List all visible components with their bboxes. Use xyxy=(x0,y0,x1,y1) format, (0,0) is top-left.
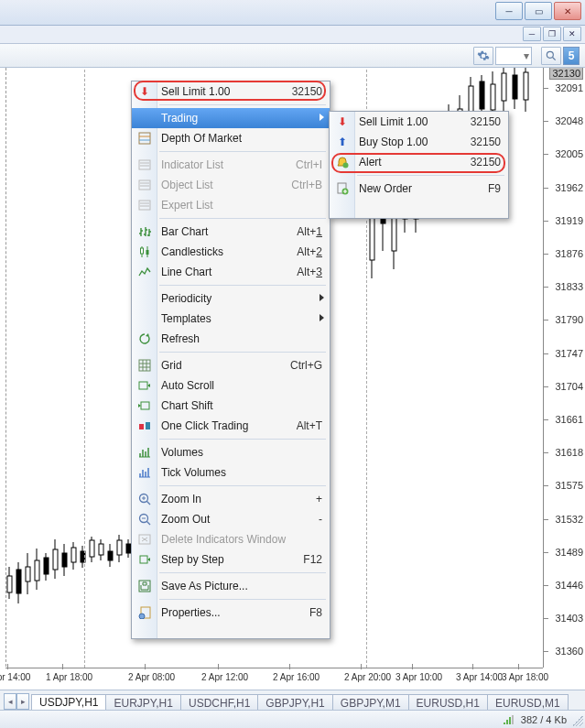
menu-expert-list[interactable]: Expert List xyxy=(132,195,330,215)
menu-chart-shift[interactable]: Chart Shift xyxy=(132,396,330,416)
sell-arrow-icon: ⬇ xyxy=(334,114,351,130)
chart-tab[interactable]: GBPJPY,M1 xyxy=(332,694,409,711)
svg-rect-74 xyxy=(146,422,150,429)
yaxis-tick: 31360 xyxy=(555,646,583,657)
menu-trading[interactable]: Trading xyxy=(132,108,330,128)
status-bar: 382 / 4 Kb xyxy=(0,710,585,728)
svg-rect-7 xyxy=(26,567,30,581)
price-axis: 3209132048320053196231919318763183331790… xyxy=(543,68,585,668)
submenu-alert[interactable]: Alert 32150 xyxy=(330,152,508,172)
menu-volumes[interactable]: Volumes xyxy=(132,442,330,462)
menu-zoom-in[interactable]: Zoom In + xyxy=(132,489,330,509)
submenu-buy-stop[interactable]: ⬆ Buy Stop 1.00 32150 xyxy=(330,132,508,152)
object-list-icon xyxy=(136,177,153,193)
maximize-button[interactable]: ▭ xyxy=(525,2,552,20)
svg-rect-53 xyxy=(491,84,495,110)
yaxis-tick: 31618 xyxy=(555,447,583,458)
yaxis-tick: 31661 xyxy=(555,414,583,425)
menu-auto-scroll[interactable]: Auto Scroll xyxy=(132,375,330,396)
child-close-button[interactable]: ✕ xyxy=(563,27,581,41)
svg-rect-25 xyxy=(108,551,113,560)
menu-sell-limit[interactable]: ⬇ Sell Limit 1.00 32150 xyxy=(132,81,330,102)
menu-tick-volumes[interactable]: Tick Volumes xyxy=(132,462,330,483)
svg-rect-3 xyxy=(7,576,12,592)
auto-scroll-icon xyxy=(136,377,153,394)
svg-line-1 xyxy=(553,57,556,60)
chart-tab[interactable]: USDCHF,H1 xyxy=(180,694,258,711)
svg-rect-11 xyxy=(44,558,49,574)
chart-tab[interactable]: USDJPY,H1 xyxy=(31,694,106,711)
menu-periodicity[interactable]: Periodicity xyxy=(132,288,330,309)
submenu-arrow-icon xyxy=(320,294,324,301)
chart-tab[interactable]: EURUSD,M1 xyxy=(487,694,569,711)
submenu-new-order[interactable]: New Order F9 xyxy=(330,179,508,199)
connection-icon xyxy=(503,713,515,726)
yaxis-tick: 31489 xyxy=(555,547,583,558)
tab-scroll-right[interactable]: ▸ xyxy=(16,693,29,710)
svg-point-90 xyxy=(139,614,145,619)
resize-grip[interactable] xyxy=(572,715,583,726)
xaxis-tick: 3 Apr 14:00 xyxy=(456,672,503,682)
new-order-icon xyxy=(334,180,351,197)
chart-tab[interactable]: GBPJPY,H1 xyxy=(257,694,332,711)
settings-icon[interactable] xyxy=(473,47,493,65)
svg-rect-73 xyxy=(139,424,144,429)
svg-rect-59 xyxy=(524,72,528,100)
toolbar-counter[interactable]: 5 xyxy=(563,47,580,65)
svg-rect-51 xyxy=(480,81,484,109)
menu-line-chart[interactable]: Line Chart Alt+3 xyxy=(132,262,330,282)
child-minimize-button[interactable]: ─ xyxy=(523,27,541,41)
yaxis-tick: 31919 xyxy=(555,215,583,226)
xaxis-tick: 3 Apr 18:00 xyxy=(502,672,548,682)
svg-rect-60 xyxy=(139,133,150,144)
menu-indicator-list[interactable]: Indicator List Ctrl+I xyxy=(132,155,330,175)
volumes-icon xyxy=(136,444,153,461)
chart-context-menu: ⬇ Sell Limit 1.00 32150 Trading Depth Of… xyxy=(131,81,330,639)
menu-properties[interactable]: Properties... F8 xyxy=(132,603,330,623)
step-icon xyxy=(136,551,153,568)
menu-step-by-step[interactable]: Step by Step F12 xyxy=(132,549,330,570)
xaxis-tick: 1 Apr 18:00 xyxy=(46,672,92,682)
search-icon[interactable] xyxy=(541,47,561,65)
menu-templates[interactable]: Templates xyxy=(132,309,330,329)
svg-rect-71 xyxy=(139,382,147,389)
menu-bar-chart[interactable]: Bar Chart Alt+1 xyxy=(132,222,330,242)
toolbar-dropdown[interactable]: ▾ xyxy=(495,47,532,65)
svg-rect-23 xyxy=(99,544,103,555)
child-restore-button[interactable]: ❐ xyxy=(543,27,561,41)
candlestick-icon xyxy=(136,244,153,260)
svg-rect-15 xyxy=(62,553,67,567)
submenu-sell-limit[interactable]: ⬇ Sell Limit 1.00 32150 xyxy=(330,112,508,132)
chart-tab[interactable]: EURJPY,H1 xyxy=(105,694,180,711)
menu-candlesticks[interactable]: Candlesticks Alt+2 xyxy=(132,242,330,262)
one-click-icon xyxy=(136,418,153,434)
trading-submenu: ⬇ Sell Limit 1.00 32150 ⬆ Buy Stop 1.00 … xyxy=(329,111,509,219)
svg-rect-17 xyxy=(71,548,76,562)
window-titlebar: ─ ▭ ✕ xyxy=(0,0,585,26)
yaxis-tick: 32005 xyxy=(555,148,583,159)
minimize-button[interactable]: ─ xyxy=(495,2,523,20)
svg-rect-9 xyxy=(35,560,39,581)
menu-delete-indicators-window[interactable]: Delete Indicators Window xyxy=(132,529,330,549)
tab-scroll-left[interactable]: ◂ xyxy=(4,693,16,710)
menu-one-click-trading[interactable]: One Click Trading Alt+T xyxy=(132,416,330,436)
close-button[interactable]: ✕ xyxy=(554,2,581,20)
svg-line-78 xyxy=(146,501,150,505)
menu-zoom-out[interactable]: Zoom Out - xyxy=(132,509,330,529)
menu-save-as-picture[interactable]: Save As Picture... xyxy=(132,576,330,596)
menu-depth-of-market[interactable]: Depth Of Market xyxy=(132,128,330,148)
xaxis-tick: 2 Apr 20:00 xyxy=(344,672,391,682)
svg-rect-67 xyxy=(141,248,144,254)
mdi-child-titlebar: ─ ❐ ✕ xyxy=(0,26,585,44)
chart-tab[interactable]: EURUSD,H1 xyxy=(408,694,488,711)
xaxis-tick: 2 Apr 12:00 xyxy=(201,672,248,682)
sell-arrow-icon: ⬇ xyxy=(136,83,153,100)
bar-chart-icon xyxy=(136,223,153,240)
menu-object-list[interactable]: Object List Ctrl+B xyxy=(132,175,330,195)
submenu-arrow-icon xyxy=(320,314,324,321)
svg-rect-70 xyxy=(139,360,150,371)
menu-refresh[interactable]: Refresh xyxy=(132,329,330,349)
xaxis-tick: 2 Apr 08:00 xyxy=(128,672,175,682)
menu-grid[interactable]: Grid Ctrl+G xyxy=(132,355,330,375)
grid-icon xyxy=(136,357,153,374)
